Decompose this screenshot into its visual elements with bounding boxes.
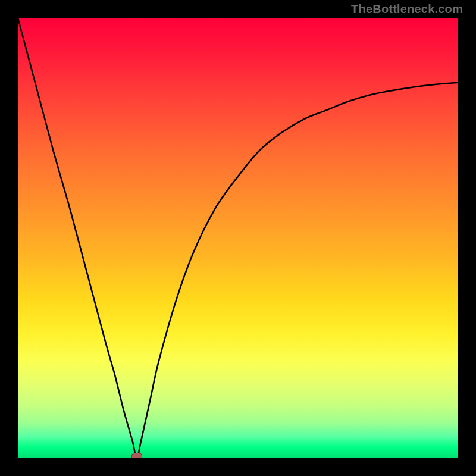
bottleneck-curve-path — [18, 18, 458, 458]
minimum-marker — [131, 453, 142, 458]
curve-svg — [18, 18, 458, 458]
watermark-text: TheBottleneck.com — [351, 2, 463, 16]
plot-area — [18, 18, 458, 458]
chart-frame: TheBottleneck.com — [0, 0, 476, 476]
